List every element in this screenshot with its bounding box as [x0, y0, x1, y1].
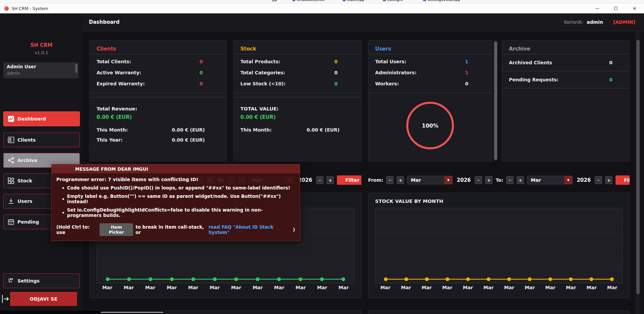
- maximize-icon: [614, 7, 618, 10]
- x-axis-label: Mar: [161, 285, 182, 290]
- sidebar-item-settings[interactable]: Settings: [3, 273, 80, 288]
- cards-scrollbar[interactable]: [493, 40, 498, 161]
- sidebar-item-clients[interactable]: Clients: [3, 133, 80, 147]
- x-axis-label: Mar: [581, 285, 602, 290]
- bullet-text: Empty label e.g. Button("") == same ID a…: [67, 193, 295, 204]
- settings-icon: [8, 278, 14, 284]
- bullet-icon: [62, 212, 64, 214]
- month-value: 0.00 € (EUR): [172, 127, 205, 133]
- x-axis-label: Mar: [437, 285, 458, 290]
- maximize-button[interactable]: [606, 3, 625, 14]
- from-year-plus-button[interactable]: +: [485, 176, 492, 184]
- x-axis-label: Mar: [118, 285, 139, 290]
- footer-text: ): [293, 227, 295, 232]
- cards-scrollbar-thumb[interactable]: [494, 42, 497, 160]
- to-month-combo[interactable]: Mar▼: [527, 176, 573, 184]
- month-label: This Month:: [97, 127, 128, 133]
- stat-value: 1: [465, 59, 468, 65]
- stat-label: Workers:: [375, 81, 399, 87]
- user-label: Korisnik:: [564, 19, 583, 25]
- window-title: SH CRM - System: [12, 6, 48, 11]
- to-year-minus-button[interactable]: -: [316, 176, 324, 184]
- background-tab[interactable]: main.cpp: [343, 0, 364, 2]
- stat-value: 0: [334, 70, 338, 76]
- logout-button[interactable]: ODJAVI SE: [10, 292, 77, 306]
- file-icon: [292, 0, 295, 1]
- x-axis-label: Mar: [333, 285, 354, 290]
- sidebar: SH CRM v1.0.1 Admin User admin Dashboard…: [0, 13, 83, 314]
- file-icon: [423, 0, 426, 1]
- from-month-plus-button[interactable]: +: [397, 176, 404, 184]
- from-month-combo[interactable]: Mar▼: [407, 176, 453, 184]
- file-icon: [343, 0, 346, 1]
- to-year-value[interactable]: 2026: [576, 177, 592, 183]
- app-window: pp CMakeLists.txt main.cpp Config.h Sett…: [0, 0, 644, 314]
- main-scrollbar[interactable]: [636, 31, 640, 314]
- background-tab[interactable]: SettingsView.cpp: [423, 0, 460, 2]
- from-year-minus-button[interactable]: -: [475, 176, 482, 184]
- main-scrollbar-thumb[interactable]: [636, 40, 640, 294]
- combo-value: Mar: [527, 177, 564, 183]
- to-month-minus-button[interactable]: -: [506, 176, 514, 184]
- to-year-minus-button[interactable]: -: [595, 176, 602, 184]
- x-axis-label: Mar: [561, 285, 582, 290]
- stat-row: Workers:0: [368, 81, 492, 87]
- main-header: Dashboard Korisnik: admin [ADMIN]: [83, 13, 644, 31]
- sidebar-item-dashboard[interactable]: Dashboard: [3, 111, 80, 126]
- x-axis-label: Mar: [225, 285, 247, 290]
- to-year-plus-button[interactable]: +: [327, 176, 334, 184]
- stat-row: Administrators:1: [368, 70, 492, 76]
- stat-value: 0: [609, 77, 612, 82]
- clients-card: Clients Total Clients:0 Active Warranty:…: [90, 40, 227, 161]
- item-picker-button[interactable]: Item Picker: [100, 223, 133, 236]
- from-year-value[interactable]: 2026: [456, 177, 472, 183]
- popup-bullet: Empty label e.g. Button("") == same ID a…: [56, 193, 295, 204]
- close-button[interactable]: ✕: [625, 3, 644, 14]
- footer-text: to break in item call-stack, or: [135, 224, 206, 235]
- background-tab[interactable]: CMakeLists.txt: [292, 0, 325, 2]
- sidebar-item-label: Settings: [17, 278, 40, 284]
- card-title: Clients: [90, 41, 226, 54]
- separator: [368, 93, 492, 93]
- background-tab-label: pp: [272, 0, 277, 2]
- filter-button[interactable]: Filter: [337, 175, 361, 185]
- popup-titlebar[interactable]: MESSAGE FROM DEAR IMGUI: [52, 164, 300, 173]
- sidebar-item-label: Clients: [17, 137, 36, 143]
- stat-label: Administrators:: [375, 70, 417, 76]
- faq-link[interactable]: read FAQ "About ID Stack System": [209, 224, 291, 235]
- file-icon: [383, 0, 386, 1]
- sidebar-item-label: Archive: [17, 158, 37, 163]
- sidebar-item-label: Users: [17, 199, 32, 204]
- total-value: 0.00 € (EUR): [234, 114, 361, 120]
- background-tab[interactable]: Config.h: [383, 0, 403, 2]
- x-axis-label: Mar: [269, 285, 290, 290]
- background-scrollbar: [101, 312, 164, 313]
- stat-row: Total Categories:0: [234, 70, 361, 76]
- stat-value: 0: [465, 81, 468, 87]
- x-axis-label: Mar: [478, 285, 499, 290]
- background-tab-label: main.cpp: [347, 0, 364, 2]
- minimize-button[interactable]: [588, 3, 606, 14]
- user-panel-scrollbar[interactable]: [75, 64, 77, 73]
- chevron-down-icon: ▼: [564, 176, 572, 184]
- background-tab[interactable]: pp: [272, 0, 277, 2]
- card-title: Archive: [502, 41, 629, 54]
- calendar-icon: [8, 219, 14, 225]
- stat-label: Active Warranty:: [97, 70, 141, 76]
- logout-arrow-icon: [1, 294, 10, 304]
- filter-button[interactable]: Filter: [616, 175, 630, 185]
- to-year-plus-button[interactable]: +: [605, 176, 612, 184]
- x-axis-label: Mar: [416, 285, 437, 290]
- stock-chart-card: STOCK VALUE BY MONTH MarMarMarMarMarMarM…: [368, 193, 630, 298]
- x-axis-label: Mar: [311, 285, 333, 290]
- x-axis-label: Mar: [375, 285, 396, 290]
- background-tab-label: SettingsView.cpp: [427, 0, 460, 2]
- x-axis-label: Mar: [204, 285, 225, 290]
- to-month-plus-button[interactable]: +: [517, 176, 524, 184]
- header-user-info: Korisnik: admin [ADMIN]: [564, 19, 635, 25]
- year-row: This Year:0.00 € (EUR): [90, 137, 226, 143]
- separator: [368, 54, 492, 54]
- from-month-minus-button[interactable]: -: [386, 176, 394, 184]
- chevron-down-icon: ▼: [444, 176, 452, 184]
- dashboard-icon: [8, 115, 14, 122]
